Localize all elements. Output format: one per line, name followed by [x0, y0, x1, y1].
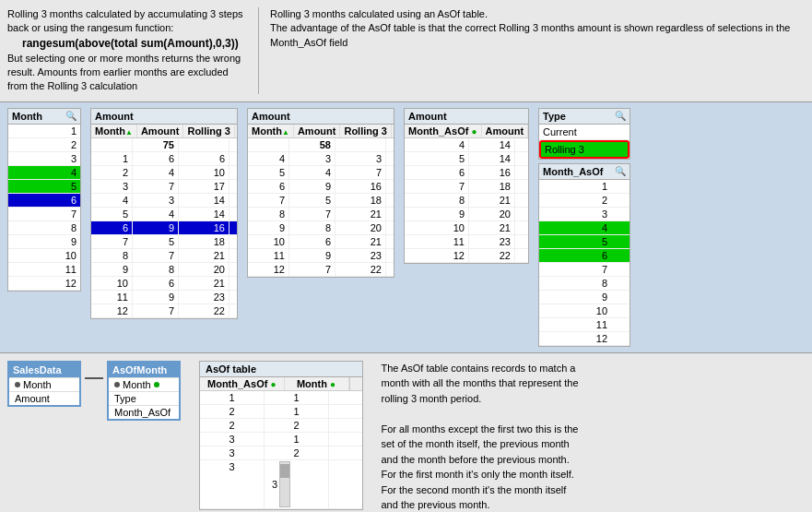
table-row: 7518	[91, 235, 237, 249]
middle-section: Month 🔍 1 2 3 4 5 6 7 8 9 10 11 12 Amoun…	[0, 102, 812, 352]
field-dot-green	[154, 382, 159, 387]
type-search-icon[interactable]: 🔍	[615, 111, 626, 122]
asof-data-row: 22	[200, 419, 362, 433]
table-row: 3717	[91, 180, 237, 194]
table-row: 12722	[248, 263, 394, 277]
asofmonth-title: AsOfMonth	[112, 364, 167, 375]
bottom-desc-text: The AsOf table contains records to match…	[382, 363, 579, 404]
asof-data-row: 31	[200, 433, 362, 447]
month-table-row[interactable]: 1	[8, 125, 80, 138]
col-monthasof: Month_AsOf ●	[200, 377, 285, 390]
month-table-row[interactable]: 6	[8, 194, 80, 208]
col-amount2: Amount	[294, 125, 341, 137]
month-table-row[interactable]: 12	[8, 277, 80, 291]
amount-table-2: Amount Month▲ Amount Rolling 3 58 433 54…	[247, 108, 394, 278]
month-asof-row[interactable]: 3	[539, 208, 630, 221]
salesdata-header: SalesData	[9, 363, 79, 377]
table-row: 5414	[91, 208, 237, 221]
month-asof-row[interactable]: 11	[539, 318, 630, 332]
table-row: 12722	[91, 304, 237, 318]
month-asof-row[interactable]: 10	[539, 304, 630, 318]
month-asof-row[interactable]: 8	[539, 277, 630, 291]
field-label: Month_AsOf	[114, 407, 171, 418]
month-asof-row[interactable]: 9	[539, 291, 630, 304]
month-table-row[interactable]: 9	[8, 235, 80, 249]
asof-table-title: AsOf table	[206, 363, 256, 375]
month-asof-header: Month_AsOf 🔍	[539, 164, 630, 180]
table-row: 75	[91, 138, 237, 152]
month-asof-search-icon[interactable]: 🔍	[615, 166, 626, 177]
table-row: 616	[405, 166, 528, 180]
asof-table: AsOf table Month_AsOf ● Month ● 11 21 22…	[199, 361, 363, 510]
amount-table-1-header: Amount	[91, 109, 237, 125]
field-dot	[15, 382, 20, 387]
month-table-row[interactable]: 4	[8, 166, 80, 180]
asof-data-row: 3 3	[200, 460, 362, 509]
table-row: 10621	[91, 277, 237, 291]
table-row: 11923	[91, 291, 237, 304]
bottom-description: The AsOf table contains records to match…	[382, 361, 584, 512]
table-row: 166	[91, 152, 237, 166]
month-asof-title: Month_AsOf	[543, 166, 603, 177]
right-panel: Type 🔍 Current Rolling 3 Month_AsOf 🔍 1 …	[538, 108, 630, 347]
salesdata-field-amount: Amount	[9, 391, 79, 405]
table-row: 8721	[91, 249, 237, 263]
month-table-row[interactable]: 11	[8, 263, 80, 277]
col-amount3: Amount	[482, 125, 529, 137]
top-left-description: Rolling 3 months calculated by accumulat…	[7, 7, 247, 94]
col-rolling: Rolling 3	[183, 125, 234, 137]
type-current-label: Current	[543, 126, 577, 137]
col-monthasof: Month_AsOf ●	[405, 125, 482, 137]
table-row: 1222	[405, 249, 528, 263]
month-search-icon[interactable]: 🔍	[65, 111, 76, 122]
table-row: 547	[248, 166, 394, 180]
month-asof-row[interactable]: 4	[539, 221, 630, 235]
table-row: 2410	[91, 166, 237, 180]
month-table-row[interactable]: 8	[8, 221, 80, 235]
amount2-col-headers: Month▲ Amount Rolling 3	[248, 125, 394, 138]
asof-data-row: 32	[200, 447, 362, 460]
field-dot	[114, 382, 120, 387]
month-asof-row[interactable]: 1	[539, 180, 630, 194]
col-rolling2: Rolling 3	[340, 125, 391, 137]
type-row-rolling[interactable]: Rolling 3	[539, 140, 630, 159]
table-row: 6916	[248, 180, 394, 194]
amount1-title: Amount	[95, 111, 134, 122]
type-row-current[interactable]: Current	[539, 125, 630, 140]
scrollbar-top	[349, 377, 362, 390]
connector-line	[85, 377, 103, 379]
field-label: Amount	[15, 393, 50, 404]
data-model-diagram: SalesData Month Amount AsOfMonth	[7, 361, 181, 421]
table-row: 1021	[405, 221, 528, 235]
bottom-section: SalesData Month Amount AsOfMonth	[0, 352, 812, 512]
month-asof-row[interactable]: 2	[539, 194, 630, 208]
table-row: 7518	[248, 194, 394, 208]
month-table-row[interactable]: 5	[8, 180, 80, 194]
month-table-title: Month	[12, 111, 42, 122]
scrollbar-thumb[interactable]	[280, 464, 289, 478]
month-table-row[interactable]: 3	[8, 152, 80, 166]
month-table-header: Month 🔍	[8, 109, 80, 125]
salesdata-title: SalesData	[13, 364, 62, 375]
salesdata-field-month: Month	[9, 377, 79, 391]
top-left-text2: But selecting one or more months returns…	[7, 53, 241, 92]
month-asof-row[interactable]: 6	[539, 249, 630, 263]
type-title: Type	[543, 111, 566, 122]
table-row: 9820	[91, 263, 237, 277]
month-table-row[interactable]: 2	[8, 138, 80, 152]
table-row: 821	[405, 194, 528, 208]
table-row: 10621	[248, 235, 394, 249]
month-table-row[interactable]: 10	[8, 249, 80, 263]
field-label: Type	[114, 393, 136, 404]
amount-table-2-header: Amount	[248, 109, 394, 125]
bottom-desc-detail: For all months except the first two this…	[382, 423, 579, 511]
month-asof-row[interactable]: 5	[539, 235, 630, 249]
month-asof-row[interactable]: 7	[539, 263, 630, 277]
top-section: Rolling 3 months calculated by accumulat…	[0, 0, 812, 102]
table-row: 58	[248, 138, 394, 152]
amount3-col-headers: Month_AsOf ● Amount	[405, 125, 528, 138]
scrollbar[interactable]	[279, 461, 290, 507]
month-asof-row[interactable]: 12	[539, 332, 630, 346]
month-table: Month 🔍 1 2 3 4 5 6 7 8 9 10 11 12	[7, 108, 81, 292]
month-table-row[interactable]: 7	[8, 208, 80, 221]
